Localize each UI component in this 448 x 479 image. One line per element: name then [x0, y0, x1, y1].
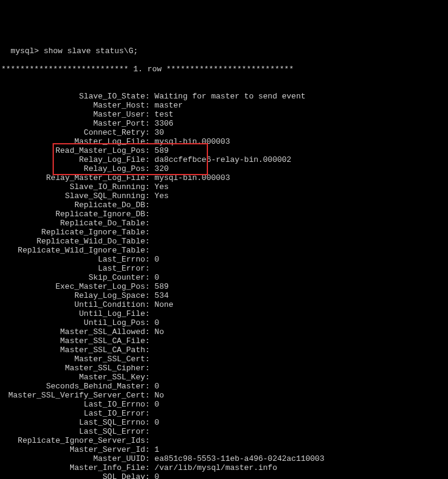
field-value: 0 [155, 418, 160, 427]
field-label: Last_SQL_Errno [1, 418, 145, 427]
status-row: Relay_Log_File: da8ccfefbce6-relay-bin.0… [1, 155, 447, 164]
field-label: Master_SSL_Cert [1, 355, 145, 364]
field-separator: : [145, 291, 155, 300]
field-separator: : [145, 300, 155, 309]
field-separator: : [145, 472, 155, 479]
status-row: Relay_Master_Log_File: mysql-bin.000003 [1, 173, 447, 182]
field-value: No [155, 327, 164, 336]
field-label: Master_SSL_Cipher [1, 364, 145, 373]
field-label: Last_Error [1, 264, 145, 273]
status-row: Last_Error: [1, 264, 447, 273]
status-row: Until_Log_Pos: 0 [1, 318, 447, 327]
status-row: Relay_Log_Pos: 320 [1, 164, 447, 173]
status-row: Master_Host: master [1, 101, 447, 110]
field-label: Master_Info_File [1, 463, 145, 472]
field-value: master [155, 101, 183, 110]
field-label: Last_Errno [1, 255, 145, 264]
field-label: Replicate_Ignore_Server_Ids [1, 436, 145, 445]
field-label: Last_IO_Errno [1, 400, 145, 409]
field-label: Master_SSL_Allowed [1, 327, 145, 336]
field-value: ea851c98-5553-11eb-a496-0242ac110003 [155, 454, 325, 463]
status-row: Master_SSL_CA_Path: [1, 346, 447, 355]
field-label: Seconds_Behind_Master [1, 382, 145, 391]
status-row: Skip_Counter: 0 [1, 273, 447, 282]
field-value: 0 [155, 255, 160, 264]
field-label: SQL_Delay [1, 472, 145, 479]
field-label: Replicate_Wild_Ignore_Table [1, 246, 145, 255]
status-row: Slave_IO_State: Waiting for master to se… [1, 92, 447, 101]
field-separator: : [145, 164, 155, 173]
field-separator: : [145, 201, 155, 210]
field-value: 0 [155, 273, 160, 282]
field-separator: : [145, 146, 155, 155]
row-header: *************************** 1. row *****… [1, 65, 447, 74]
field-label: Replicate_Ignore_DB [1, 210, 145, 219]
field-value: 534 [155, 291, 169, 300]
field-label: Master_Host [1, 101, 145, 110]
field-label: Relay_Master_Log_File [1, 173, 145, 182]
field-separator: : [145, 128, 155, 137]
status-row: Last_IO_Error: [1, 409, 447, 418]
field-label: Replicate_Ignore_Table [1, 228, 145, 237]
field-separator: : [145, 373, 155, 382]
field-separator: : [145, 346, 155, 355]
field-label: Master_UUID [1, 454, 145, 463]
field-label: Master_Server_Id [1, 445, 145, 454]
status-row: Read_Master_Log_Pos: 589 [1, 146, 447, 155]
status-row: Master_SSL_Cipher: [1, 364, 447, 373]
field-separator: : [145, 400, 155, 409]
field-separator: : [145, 282, 155, 291]
status-row: Replicate_Wild_Do_Table: [1, 237, 447, 246]
field-value: Yes [155, 191, 169, 201]
status-row: Master_Server_Id: 1 [1, 445, 447, 454]
field-value: mysql-bin.000003 [155, 137, 230, 146]
field-label: Until_Condition [1, 300, 145, 309]
field-separator: : [145, 92, 155, 101]
status-row: Relay_Log_Space: 534 [1, 291, 447, 300]
field-label: Until_Log_Pos [1, 318, 145, 327]
field-separator: : [145, 309, 155, 318]
field-separator: : [145, 255, 155, 264]
field-separator: : [145, 110, 155, 119]
field-separator: : [145, 418, 155, 427]
status-row: Until_Log_File: [1, 309, 447, 318]
field-value: Yes [155, 182, 169, 191]
field-separator: : [145, 327, 155, 336]
field-label: Master_User [1, 110, 145, 119]
field-separator: : [145, 427, 155, 436]
field-separator: : [145, 137, 155, 146]
field-separator: : [145, 237, 155, 246]
field-label: Exec_Master_Log_Pos [1, 282, 145, 291]
field-separator: : [145, 318, 155, 327]
status-row: Last_IO_Errno: 0 [1, 400, 447, 409]
field-value: 589 [155, 146, 169, 155]
status-row: Master_SSL_Key: [1, 373, 447, 382]
field-label: Master_SSL_CA_File [1, 336, 145, 346]
field-label: Slave_IO_State [1, 92, 145, 101]
field-value: da8ccfefbce6-relay-bin.000002 [155, 155, 291, 164]
status-row: Replicate_Do_DB: [1, 201, 447, 210]
status-row: Replicate_Ignore_Server_Ids: [1, 436, 447, 445]
status-row: Master_SSL_Allowed: No [1, 327, 447, 336]
status-row: Replicate_Ignore_Table: [1, 228, 447, 237]
field-separator: : [145, 336, 155, 346]
field-label: Read_Master_Log_Pos [1, 146, 145, 155]
field-label: Master_SSL_Verify_Server_Cert [1, 391, 145, 400]
field-separator: : [145, 264, 155, 273]
field-label: Last_IO_Error [1, 409, 145, 418]
field-value: 3306 [155, 119, 174, 128]
field-value: Waiting for master to send event [155, 92, 306, 101]
status-row: Master_Port: 3306 [1, 119, 447, 128]
field-label: Master_SSL_Key [1, 373, 145, 382]
field-value: /var/lib/mysql/master.info [155, 463, 278, 472]
status-row: Last_SQL_Error: [1, 427, 447, 436]
status-row: Slave_IO_Running: Yes [1, 182, 447, 191]
field-separator: : [145, 191, 155, 201]
field-value: 0 [155, 400, 160, 409]
status-row: Master_User: test [1, 110, 447, 119]
field-label: Master_SSL_CA_Path [1, 346, 145, 355]
status-row: Last_SQL_Errno: 0 [1, 418, 447, 427]
field-label: Last_SQL_Error [1, 427, 145, 436]
field-separator: : [145, 210, 155, 219]
field-separator: : [145, 155, 155, 164]
